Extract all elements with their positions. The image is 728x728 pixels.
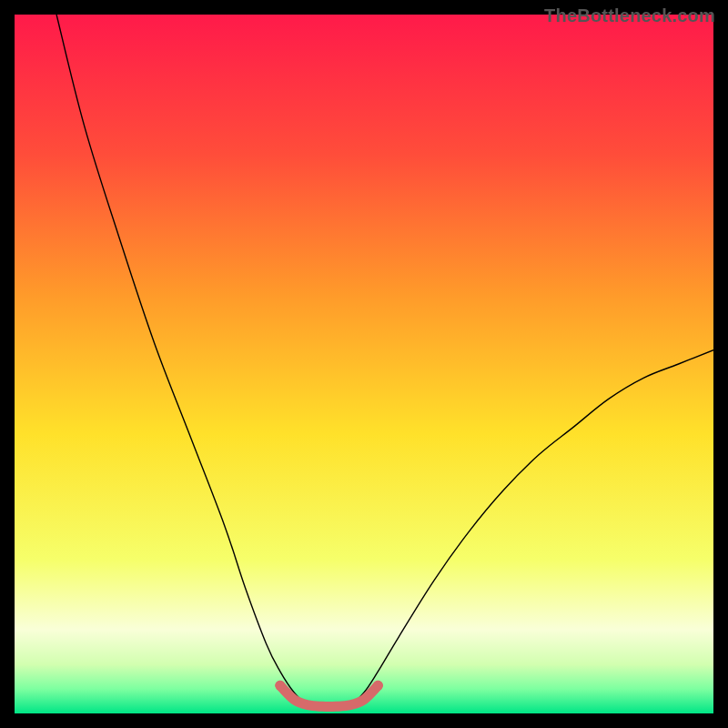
- gradient-background: [15, 15, 713, 713]
- watermark-text: TheBottleneck.com: [544, 5, 715, 26]
- plot-border: [15, 15, 713, 713]
- bottleneck-chart: [15, 15, 713, 713]
- highlight-endcap: [373, 681, 383, 691]
- chart-frame: TheBottleneck.com: [0, 0, 728, 728]
- highlight-endcap: [275, 681, 285, 691]
